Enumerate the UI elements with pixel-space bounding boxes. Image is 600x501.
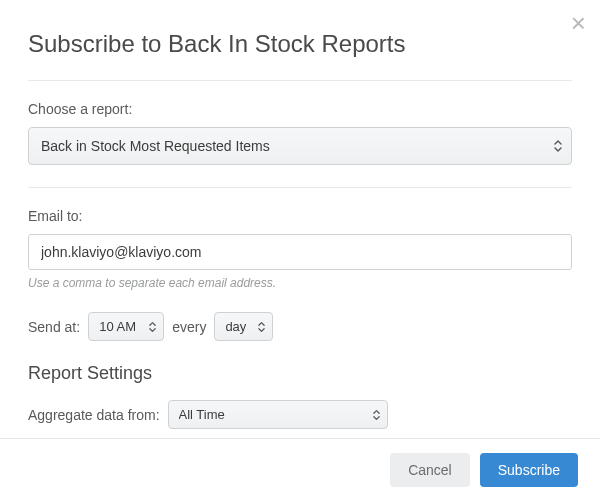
email-field[interactable]	[28, 234, 572, 270]
cancel-button[interactable]: Cancel	[390, 453, 470, 487]
send-at-label: Send at:	[28, 319, 80, 335]
interval-select[interactable]: day	[214, 312, 273, 341]
dialog-footer: Cancel Subscribe	[0, 438, 600, 501]
report-label: Choose a report:	[28, 101, 572, 117]
settings-heading: Report Settings	[28, 363, 572, 384]
report-select[interactable]: Back in Stock Most Requested Items	[28, 127, 572, 165]
email-label: Email to:	[28, 208, 572, 224]
schedule-section: Send at: 10 AM every day	[28, 312, 572, 341]
aggregate-label: Aggregate data from:	[28, 407, 160, 423]
divider	[28, 80, 572, 81]
dialog-title: Subscribe to Back In Stock Reports	[28, 30, 572, 58]
time-select[interactable]: 10 AM	[88, 312, 164, 341]
report-section: Choose a report: Back in Stock Most Requ…	[28, 101, 572, 165]
subscribe-button[interactable]: Subscribe	[480, 453, 578, 487]
subscribe-dialog: × Subscribe to Back In Stock Reports Cho…	[0, 0, 600, 429]
email-section: Email to: Use a comma to separate each e…	[28, 208, 572, 290]
close-icon[interactable]: ×	[571, 10, 586, 36]
divider	[28, 187, 572, 188]
email-hint: Use a comma to separate each email addre…	[28, 276, 572, 290]
aggregate-section: Aggregate data from: All Time	[28, 400, 572, 429]
aggregate-select[interactable]: All Time	[168, 400, 388, 429]
every-label: every	[172, 319, 206, 335]
report-select-wrap: Back in Stock Most Requested Items	[28, 127, 572, 165]
